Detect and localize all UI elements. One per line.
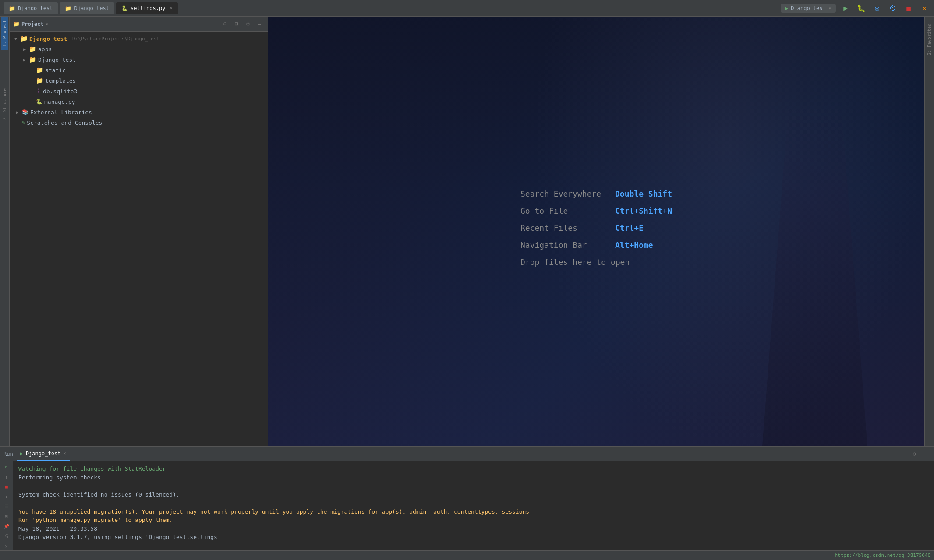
bottom-panel-header: Run ▶ Django_test ✕ ⚙ — [0,447,934,461]
run-config-icon: ▶ [785,5,788,11]
favorites-sidebar-label[interactable]: 2: Favorites [926,20,933,59]
project-collapse-btn[interactable]: ⊟ [232,19,241,29]
scroll-up-btn[interactable]: ↑ [1,473,12,482]
tab-settings-py[interactable]: 🐍 settings.py ✕ [116,2,178,14]
console-line-date: May 18, 2021 - 20:33:58 [18,525,929,533]
bottom-layout: ↺ ↑ ■ ↓ ☰ ⊟ 📌 🖨 ✕ Watching for file chan… [0,461,934,550]
right-sidebar-strip: 2: Favorites [924,17,934,446]
hint-go-to-file: Go to File Ctrl+Shift+N [520,206,672,215]
root-folder-icon: 📁 [20,35,28,42]
apps-folder-icon: 📁 [29,46,36,53]
left-sidebar-strip: 1: Project 7: Structure [0,17,10,446]
title-bar: 📁 Django_test 📁 Django_test 🐍 settings.p… [0,0,934,17]
pin-btn[interactable]: 📌 [1,522,12,531]
debug-button[interactable]: 🐛 [855,2,867,14]
templates-folder-icon: 📁 [36,77,43,84]
project-header-actions: ⊕ ⊟ ⚙ — [220,19,264,29]
db-file-icon: 🗄 [36,88,41,94]
scroll-down-btn[interactable]: ↓ [1,493,12,501]
project-locate-btn[interactable]: ⊕ [220,19,230,29]
stop-button[interactable]: ■ [902,2,915,14]
project-panel-header: 📁 Project ▾ ⊕ ⊟ ⚙ — [10,17,268,32]
tree-item-djangotest-dir[interactable]: ▶ 📁 Django_test [10,54,268,65]
editor-area: Search Everywhere Double Shift Go to Fil… [268,17,924,446]
folder-icon: 📁 [9,5,15,11]
console-line-server-start: Starting development server at http://12… [18,542,929,551]
console-line-no-issues: System check identified no issues (0 sil… [18,490,929,499]
hint-search-everywhere: Search Everywhere Double Shift [520,189,672,198]
run-config-dropdown-icon: ▾ [828,5,831,11]
hint-navigation-bar: Navigation Bar Alt+Home [520,240,672,249]
tab-django-test-1[interactable]: 📁 Django_test [4,2,58,14]
filter-btn[interactable]: ☰ [1,502,12,511]
tree-item-managepy[interactable]: ▶ 🐍 manage.py [10,96,268,107]
project-panel: 📁 Project ▾ ⊕ ⊟ ⚙ — ▼ 📁 Django_test D:\P… [10,17,268,446]
project-sidebar-label[interactable]: 1: Project [1,17,8,50]
project-tree: ▼ 📁 Django_test D:\PycharmProjects\Djang… [10,32,268,446]
console-line-migrate-hint: Run 'python manage.py migrate' to apply … [18,516,929,525]
project-settings-btn[interactable]: ⚙ [243,19,253,29]
title-bar-right: ▶ Django_test ▾ ▶ 🐛 ◎ ⏱ ■ ✕ [781,2,930,14]
console-output: Watching for file changes with StatReloa… [13,461,934,550]
run-label: Run [4,451,13,457]
static-folder-icon: 📁 [36,67,43,74]
bottom-left-strip: ↺ ↑ ■ ↓ ☰ ⊟ 📌 🖨 ✕ [0,461,13,550]
tree-item-static[interactable]: ▶ 📁 static [10,65,268,75]
tab-django-test-2[interactable]: 📁 Django_test [60,2,114,14]
project-dropdown-icon: ▾ [46,21,49,27]
tree-item-apps[interactable]: ▶ 📁 apps [10,44,268,54]
print-btn[interactable]: 🖨 [1,532,12,541]
hint-drop-files: Drop files here to open [520,257,672,266]
status-url: https://blog.csdn.net/qq_38175040 [835,553,930,558]
run-tab-icon: ▶ [20,451,23,457]
console-line-systemchecks: Performing system checks... [18,473,929,482]
filter2-btn[interactable]: ⊟ [1,512,12,521]
structure-sidebar-label[interactable]: 7: Structure [1,85,8,123]
bottom-panel-controls: ⚙ — [909,449,930,459]
run-button[interactable]: ▶ [839,2,852,14]
project-title: 📁 Project ▾ [13,21,49,27]
hint-recent-files: Recent Files Ctrl+E [520,223,672,232]
console-line-django-version: Django version 3.1.7, using settings 'Dj… [18,533,929,542]
run-tab-djangotest[interactable]: ▶ Django_test ✕ [17,447,70,461]
project-folder-icon: 📁 [13,21,20,27]
bottom-minimize-btn[interactable]: — [921,449,930,459]
close-panel-btn[interactable]: ✕ [1,542,12,551]
run-tab-close-icon[interactable]: ✕ [63,451,66,456]
djangotest-folder-icon: 📁 [29,56,36,63]
tree-item-scratches[interactable]: ▶ ✎ Scratches and Consoles [10,117,268,128]
close-button[interactable]: ✕ [918,2,930,14]
console-line-statreloader: Watching for file changes with StatReloa… [18,465,929,473]
profile-button[interactable]: ⏱ [887,2,899,14]
bottom-panel: Run ▶ Django_test ✕ ⚙ — ↺ ↑ ■ ↓ ☰ ⊟ 📌 🖨 … [0,446,934,560]
python-file-icon: 🐍 [121,5,128,11]
bottom-settings-btn[interactable]: ⚙ [909,449,919,459]
managepy-file-icon: 🐍 [36,99,42,105]
tree-item-db-sqlite3[interactable]: ▶ 🗄 db.sqlite3 [10,86,268,96]
folder-icon-2: 📁 [65,5,71,11]
editor-hints: Search Everywhere Double Shift Go to Fil… [520,189,672,274]
coverage-button[interactable]: ◎ [871,2,883,14]
tree-item-templates[interactable]: ▶ 📁 templates [10,75,268,86]
editor-background[interactable]: Search Everywhere Double Shift Go to Fil… [268,17,924,446]
stop-run-btn[interactable]: ■ [1,483,12,491]
run-config-selector[interactable]: ▶ Django_test ▾ [781,4,836,13]
project-minimize-btn[interactable]: — [255,19,264,29]
status-bar: https://blog.csdn.net/qq_38175040 [0,550,934,560]
console-line-migrations: You have 18 unapplied migration(s). Your… [18,507,929,516]
restart-btn[interactable]: ↺ [1,463,12,472]
close-tab-icon[interactable]: ✕ [170,5,173,11]
ext-libs-icon: 📚 [22,109,28,115]
tree-root-django[interactable]: ▼ 📁 Django_test D:\PycharmProjects\Djang… [10,33,268,44]
scratches-icon: ✎ [22,120,25,126]
tree-item-external-libs[interactable]: ▶ 📚 External Libraries [10,107,268,117]
